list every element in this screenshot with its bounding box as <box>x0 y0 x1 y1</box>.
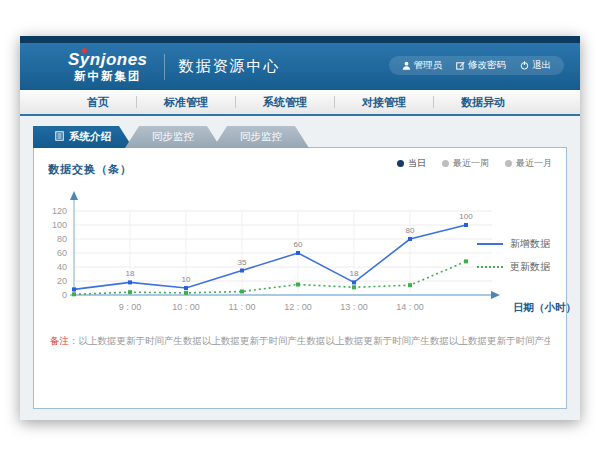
logout-button[interactable]: 退出 <box>520 59 551 72</box>
nav-item-connect-mgmt[interactable]: 对接管理 <box>335 95 433 110</box>
app-header: Synjones 新中新集团 数据资源中心 管理员 修改密码 <box>20 43 580 90</box>
legend-label: 新增数据 <box>510 237 550 251</box>
window-top-strip <box>20 36 580 43</box>
chart-panel: 当日 最近一周 最近一月 数据交换（条） 0204060801001209 : … <box>33 147 567 409</box>
svg-text:35: 35 <box>238 258 247 267</box>
svg-text:0: 0 <box>62 290 67 300</box>
footnote-label: 备注 <box>50 335 69 346</box>
radio-dot-icon <box>397 160 404 167</box>
nav-item-system-mgmt[interactable]: 系统管理 <box>236 95 334 110</box>
svg-text:9 : 00: 9 : 00 <box>119 302 142 312</box>
svg-text:20: 20 <box>57 276 67 286</box>
user-label: 管理员 <box>414 59 443 72</box>
time-range-filter: 当日 最近一周 最近一月 <box>397 157 552 170</box>
radio-label: 最近一月 <box>516 157 552 170</box>
edit-icon <box>456 61 465 70</box>
tab-label: 系统介绍 <box>69 130 111 144</box>
svg-text:60: 60 <box>57 248 67 258</box>
radio-dot-icon <box>505 160 512 167</box>
change-password-button[interactable]: 修改密码 <box>456 59 506 72</box>
legend-label: 更新数据 <box>510 260 550 274</box>
brand-subtitle: 新中新集团 <box>68 71 148 83</box>
svg-text:100: 100 <box>459 212 473 221</box>
svg-text:14 : 00: 14 : 00 <box>396 302 424 312</box>
legend-item-new-data: 新增数据 <box>477 237 550 251</box>
page-title: 数据资源中心 <box>179 57 281 76</box>
radio-label: 当日 <box>408 157 426 170</box>
nav-item-standard-mgmt[interactable]: 标准管理 <box>137 95 235 110</box>
footnote: 备注：以上数据更新于时间产生数据以上数据更新于时间产生数据以上数据更新于时间产生… <box>50 335 550 348</box>
power-icon <box>520 61 529 70</box>
radio-dot-icon <box>442 160 449 167</box>
tab-sync-monitor-2[interactable]: 同步监控 <box>213 126 309 148</box>
app-window: Synjones 新中新集团 数据资源中心 管理员 修改密码 <box>20 36 580 420</box>
logout-label: 退出 <box>532 59 551 72</box>
nav-item-home[interactable]: 首页 <box>60 95 136 110</box>
tab-label: 同步监控 <box>240 130 282 144</box>
tab-system-intro[interactable]: 系统介绍 <box>33 126 133 148</box>
header-divider <box>164 54 165 80</box>
svg-text:80: 80 <box>406 226 415 235</box>
radio-last-week[interactable]: 最近一周 <box>442 157 489 170</box>
tab-label: 同步监控 <box>152 130 194 144</box>
content-area: 系统介绍 同步监控 同步监控 当日 最近一周 <box>20 116 580 409</box>
svg-text:120: 120 <box>52 206 67 216</box>
document-icon <box>55 131 64 143</box>
svg-text:40: 40 <box>57 262 67 272</box>
radio-label: 最近一周 <box>453 157 489 170</box>
change-password-label: 修改密码 <box>468 59 506 72</box>
tab-bar: 系统介绍 同步监控 同步监控 <box>33 126 567 148</box>
svg-text:10 : 00: 10 : 00 <box>172 302 200 312</box>
svg-text:10: 10 <box>182 275 191 284</box>
radio-last-month[interactable]: 最近一月 <box>505 157 552 170</box>
user-button[interactable]: 管理员 <box>402 59 443 72</box>
tab-sync-monitor-1[interactable]: 同步监控 <box>125 126 221 148</box>
brand-name: Synjones <box>68 51 148 68</box>
svg-text:100: 100 <box>52 220 67 230</box>
svg-text:日期（小时）: 日期（小时） <box>513 301 576 314</box>
nav-item-data-change[interactable]: 数据异动 <box>434 95 532 110</box>
svg-text:18: 18 <box>126 269 135 278</box>
footnote-text: ：以上数据更新于时间产生数据以上数据更新于时间产生数据以上数据更新于时间产生数据… <box>69 335 550 346</box>
main-nav: 首页 标准管理 系统管理 对接管理 数据异动 <box>20 90 580 116</box>
svg-text:13 : 00: 13 : 00 <box>340 302 368 312</box>
svg-text:80: 80 <box>57 234 67 244</box>
chart-area: 0204060801001209 : 0010 : 0011 : 0012 : … <box>34 179 566 331</box>
person-icon <box>402 61 411 70</box>
radio-today[interactable]: 当日 <box>397 157 426 170</box>
solid-line-icon <box>477 243 503 245</box>
legend-item-updated-data: 更新数据 <box>477 260 550 274</box>
svg-text:12 : 00: 12 : 00 <box>284 302 312 312</box>
svg-text:60: 60 <box>294 240 303 249</box>
chart-legend: 新增数据 更新数据 <box>477 237 550 274</box>
dotted-line-icon <box>477 266 503 268</box>
svg-text:18: 18 <box>350 269 359 278</box>
logo: Synjones 新中新集团 <box>68 51 148 83</box>
user-menu: 管理员 修改密码 退出 <box>389 56 565 75</box>
svg-text:11 : 00: 11 : 00 <box>229 302 256 312</box>
